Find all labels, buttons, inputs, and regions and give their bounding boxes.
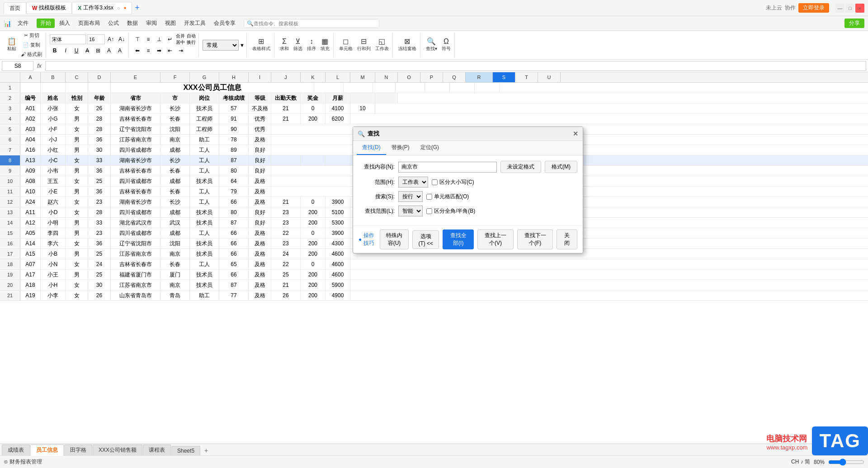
menu-dev[interactable]: 开发工具 <box>180 18 209 28</box>
col-header-M[interactable]: M <box>350 72 375 82</box>
cell-A8[interactable]: A13 <box>20 155 41 165</box>
cell-H3[interactable]: 57 <box>219 103 249 113</box>
close-tab-icon[interactable]: • <box>124 4 127 12</box>
cell-F10[interactable]: 成都 <box>160 176 190 186</box>
cell-J17[interactable]: 24 <box>271 249 301 259</box>
add-tab-icon[interactable]: + <box>135 3 140 13</box>
cell-D12[interactable]: 23 <box>88 197 111 207</box>
cell-J19[interactable]: 25 <box>271 270 301 280</box>
cell-D8[interactable]: 33 <box>88 155 111 165</box>
cell-E16[interactable]: 辽宁省沈阳市 <box>111 239 160 248</box>
cell-C9[interactable]: 男 <box>66 166 88 176</box>
cell-B13[interactable]: 小D <box>41 207 66 217</box>
number-format-select[interactable]: 常规 <box>203 40 239 51</box>
cell-C6[interactable]: 男 <box>66 135 88 145</box>
cell-H6[interactable]: 78 <box>219 135 249 145</box>
cell-H14[interactable]: 87 <box>219 218 249 228</box>
cell-K20[interactable]: 200 <box>301 280 326 290</box>
cell-C3[interactable]: 女 <box>66 103 88 113</box>
cell-A10[interactable]: A08 <box>20 176 41 186</box>
cell-C18[interactable]: 女 <box>66 259 88 269</box>
cell-D14[interactable]: 33 <box>88 218 111 228</box>
underline-btn[interactable]: U <box>71 46 81 56</box>
cell-G8[interactable]: 工人 <box>190 155 219 165</box>
cell-A3[interactable]: A01 <box>20 103 41 113</box>
cell-E20[interactable]: 江苏省南京市 <box>111 280 160 290</box>
find-next-btn[interactable]: 查找下一个(F) <box>517 229 553 249</box>
cell-J4[interactable]: 21 <box>271 114 301 124</box>
col-header-I[interactable]: I <box>249 72 271 82</box>
cell-G21[interactable]: 助工 <box>190 290 219 300</box>
cell-G3[interactable]: 技术员 <box>190 103 219 113</box>
cell-I7[interactable]: 良好 <box>249 145 271 155</box>
cell-A9[interactable]: A09 <box>20 166 41 176</box>
cell-C8[interactable]: 女 <box>66 155 88 165</box>
cell-E12[interactable]: 湖南省长沙市 <box>111 197 160 207</box>
cell-C1[interactable] <box>66 83 88 93</box>
cell-I1[interactable] <box>373 83 396 93</box>
cell-I11[interactable]: 及格 <box>249 187 271 197</box>
cell-D9[interactable]: 36 <box>88 166 111 176</box>
cell-B16[interactable]: 李六 <box>41 239 66 248</box>
cell-D2[interactable]: 年龄 <box>88 93 111 103</box>
menu-review[interactable]: 审阅 <box>142 18 160 28</box>
tab-home[interactable]: 首页 <box>4 2 26 14</box>
sheet-tab-tianzi[interactable]: 田字格 <box>64 445 92 455</box>
dialog-tab-replace[interactable]: 替换(P) <box>386 141 415 155</box>
search-bar[interactable]: 🔍 <box>244 19 379 28</box>
sheet-tab-yuangong[interactable]: 员工信息 <box>30 445 64 456</box>
cell-A14[interactable]: A12 <box>20 218 41 228</box>
decrease-font-btn[interactable]: A↓ <box>117 34 127 44</box>
cell-I8[interactable]: 良好 <box>249 155 271 165</box>
cell-C16[interactable]: 女 <box>66 239 88 248</box>
cell-C4[interactable]: 男 <box>66 114 88 124</box>
fill-btn[interactable]: ▦ 填充 <box>319 37 331 53</box>
cell-C21[interactable]: 女 <box>66 290 88 300</box>
cell-F2[interactable]: 市 <box>160 93 190 103</box>
menu-insert[interactable]: 插入 <box>56 18 74 28</box>
sum-btn[interactable]: Σ 求和 <box>278 37 291 53</box>
cell-I5[interactable]: 优秀 <box>249 124 271 134</box>
cell-A18[interactable]: A07 <box>20 259 41 269</box>
cell-I6[interactable]: 及格 <box>249 135 271 145</box>
case-sensitive-checkbox[interactable] <box>432 179 438 185</box>
share-btn[interactable]: 分享 <box>844 19 864 28</box>
cell-E11[interactable]: 吉林省长春市 <box>111 187 160 197</box>
cell-I3[interactable]: 不及格 <box>249 103 271 113</box>
cell-K12[interactable]: 0 <box>301 197 326 207</box>
cell-B7[interactable]: 小红 <box>41 145 66 155</box>
cell-J14[interactable]: 23 <box>271 218 301 228</box>
align-left-btn[interactable]: ⬅ <box>132 46 142 56</box>
cell-F9[interactable]: 长春 <box>160 166 190 176</box>
auto-newline-btn[interactable]: 自动换行 <box>187 34 197 44</box>
font-color-btn[interactable]: A <box>115 46 125 56</box>
cell-J1[interactable] <box>396 83 425 93</box>
cell-B15[interactable]: 李四 <box>41 228 66 238</box>
cell-H2[interactable]: 考核成绩 <box>219 93 249 103</box>
symbol-btn[interactable]: Ω 符号 <box>440 37 453 53</box>
collab-btn[interactable]: 协作 <box>785 4 796 12</box>
cell-B3[interactable]: 小张 <box>41 103 66 113</box>
cell-A20[interactable]: A18 <box>20 280 41 290</box>
cell-J2[interactable]: 出勤天数 <box>271 93 301 103</box>
cell-K3[interactable]: 0 <box>301 103 326 113</box>
cell-D16[interactable]: 36 <box>88 239 111 248</box>
table-style-btn[interactable]: ⊞ 表格样式 <box>250 37 272 53</box>
tip-link[interactable]: ● 操作技巧 <box>359 232 376 247</box>
cell-H15[interactable]: 66 <box>219 228 249 238</box>
col-header-K[interactable]: K <box>301 72 326 82</box>
cell-L8[interactable] <box>326 155 350 165</box>
cell-D11[interactable]: 36 <box>88 187 111 197</box>
cell-L12[interactable]: 3900 <box>326 197 350 207</box>
cell-K1[interactable] <box>425 83 450 93</box>
cell-A17[interactable]: A15 <box>20 249 41 259</box>
col-header-D[interactable]: D <box>88 72 111 82</box>
format-none-btn[interactable]: 未设定格式 <box>500 161 541 173</box>
col-header-Q[interactable]: Q <box>443 72 466 82</box>
cell-K14[interactable]: 200 <box>301 218 326 228</box>
full-half-checkbox[interactable] <box>426 208 432 214</box>
cell-B9[interactable]: 小韦 <box>41 166 66 176</box>
cell-F16[interactable]: 沈阳 <box>160 239 190 248</box>
col-header-H[interactable]: H <box>219 72 249 82</box>
cell-K15[interactable]: 0 <box>301 228 326 238</box>
